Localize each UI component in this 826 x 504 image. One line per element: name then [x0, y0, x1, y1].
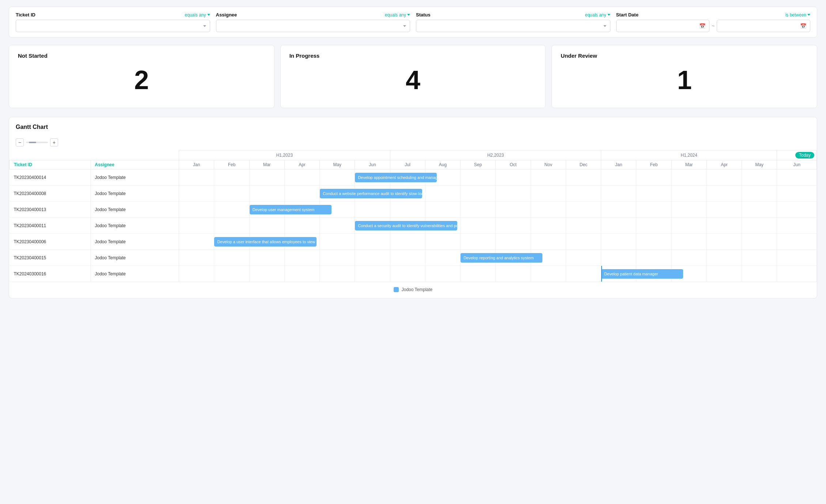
gantt-bar[interactable]: Develop patient data manager	[601, 269, 683, 279]
cell-month	[777, 186, 817, 202]
filter-status-operator[interactable]: equals any	[585, 12, 610, 18]
status-card-under-review: Under Review 1	[552, 45, 817, 108]
cell-month	[179, 266, 214, 282]
cell-month	[249, 250, 284, 266]
gantt-title: Gantt Chart	[9, 124, 817, 135]
cell-month	[636, 186, 671, 202]
chevron-down-icon	[607, 14, 610, 16]
status-card-not-started-count: 2	[18, 63, 265, 97]
cell-month	[777, 234, 817, 250]
calendar-icon: 📅	[699, 23, 705, 29]
cell-month	[636, 234, 671, 250]
cell-month	[531, 234, 566, 250]
status-card-not-started: Not Started 2	[9, 45, 274, 108]
chevron-down-icon	[603, 25, 606, 27]
cell-month	[671, 186, 706, 202]
cell-assignee: Jodoo Template	[91, 250, 179, 266]
cell-month	[496, 186, 531, 202]
chevron-down-icon	[203, 25, 206, 27]
table-row: TK20230400013Jodoo TemplateDevelop user …	[10, 202, 817, 218]
table-row: TK20230400011Jodoo TemplateConduct a sec…	[10, 218, 817, 234]
filter-start-date-operator[interactable]: is between	[785, 12, 810, 18]
table-row: TK20230400006Jodoo TemplateDevelop a use…	[10, 234, 817, 250]
cell-month	[461, 234, 496, 250]
cell-month	[284, 218, 319, 234]
cell-ticket-id: TK20230400014	[10, 169, 91, 186]
cell-month	[496, 202, 531, 218]
table-row: TK20230400008Jodoo TemplateConduct a web…	[10, 186, 817, 202]
month-oct: Oct	[496, 160, 531, 169]
cell-month	[179, 202, 214, 218]
cell-month	[214, 186, 249, 202]
cell-month	[496, 218, 531, 234]
filter-date-from[interactable]: 📅	[616, 20, 710, 32]
cell-month	[320, 218, 355, 234]
cell-assignee: Jodoo Template	[91, 186, 179, 202]
cell-month	[636, 218, 671, 234]
cell-month	[355, 266, 390, 282]
status-card-under-review-title: Under Review	[561, 53, 808, 59]
month-dec: Dec	[566, 160, 601, 169]
month-mar-2: Mar	[671, 160, 706, 169]
month-feb-1: Feb	[214, 160, 249, 169]
cell-month	[566, 218, 601, 234]
gantt-bar[interactable]: Conduct a security audit to identify vul…	[355, 221, 457, 230]
gantt-bar[interactable]: Develop user management system	[250, 205, 331, 214]
filter-date-to[interactable]: 📅	[717, 20, 810, 32]
month-feb-2: Feb	[636, 160, 671, 169]
month-aug: Aug	[425, 160, 460, 169]
cell-assignee: Jodoo Template	[91, 218, 179, 234]
gantt-bar[interactable]: Develop a user interface that allows emp…	[214, 237, 317, 247]
zoom-thumb	[29, 142, 36, 143]
cell-month	[671, 218, 706, 234]
cell-month	[706, 202, 742, 218]
cell-month	[249, 218, 284, 234]
month-apr-2: Apr	[706, 160, 742, 169]
chevron-down-icon	[403, 25, 406, 27]
cell-month	[390, 266, 425, 282]
cell-month	[636, 169, 671, 186]
cell-month	[284, 266, 319, 282]
zoom-out-button[interactable]: −	[16, 138, 24, 146]
cell-month	[742, 186, 777, 202]
today-badge: Today	[795, 152, 814, 159]
cell-month	[601, 202, 636, 218]
filter-status-select[interactable]	[416, 20, 610, 32]
legend-label: Jodoo Template	[402, 287, 433, 292]
filter-assignee-operator[interactable]: equals any	[385, 12, 410, 18]
zoom-in-button[interactable]: +	[50, 138, 58, 146]
gantt-bar[interactable]: Develop reporting and analytics system	[461, 253, 542, 263]
filter-assignee: Assignee equals any	[216, 12, 410, 32]
cell-month	[601, 186, 636, 202]
cell-ticket-id: TK20230400011	[10, 218, 91, 234]
cell-month	[742, 169, 777, 186]
chevron-down-icon	[807, 14, 810, 16]
cell-month	[461, 186, 496, 202]
cell-month	[179, 186, 214, 202]
month-may-1: May	[320, 160, 355, 169]
filter-assignee-select[interactable]	[216, 20, 410, 32]
cell-month	[496, 266, 531, 282]
gantt-bar[interactable]: Conduct a website performance audit to i…	[320, 189, 422, 198]
cell-month	[671, 202, 706, 218]
cell-month	[179, 234, 214, 250]
filter-ticket-id-operator[interactable]: equals any	[185, 12, 210, 18]
gantt-bar[interactable]: Develop appointment scheduling and manag…	[355, 173, 437, 182]
table-row: TK20230400014Jodoo TemplateDevelop appoi…	[10, 169, 817, 186]
cell-month	[214, 266, 249, 282]
month-jan-1: Jan	[179, 160, 214, 169]
filter-ticket-id-label: Ticket ID	[16, 12, 35, 18]
date-range-separator: ~	[712, 23, 715, 29]
cell-month	[284, 250, 319, 266]
cell-ticket-id: TK20230400008	[10, 186, 91, 202]
month-jun-2: Jun	[777, 160, 817, 169]
month-apr-1: Apr	[284, 160, 319, 169]
cell-month	[566, 202, 601, 218]
cell-month	[214, 250, 249, 266]
cell-assignee: Jodoo Template	[91, 169, 179, 186]
cell-month	[249, 266, 284, 282]
filter-ticket-id-select[interactable]	[16, 20, 210, 32]
cell-month	[425, 234, 460, 250]
cell-month	[496, 169, 531, 186]
filter-start-date: Start Date is between 📅 ~ 📅	[616, 12, 811, 32]
